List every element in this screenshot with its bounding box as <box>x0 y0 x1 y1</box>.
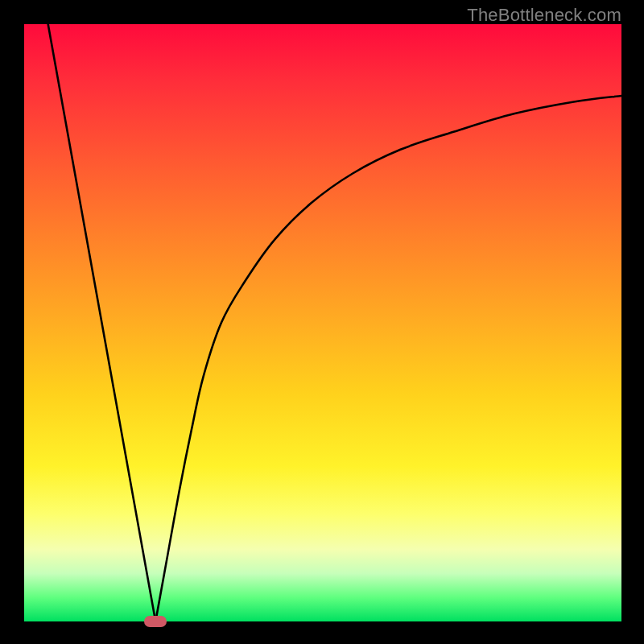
curve-left-branch <box>48 24 156 621</box>
plot-area <box>24 24 621 621</box>
bottleneck-curve <box>24 24 621 621</box>
attribution-text: TheBottleneck.com <box>467 5 621 26</box>
optimum-marker <box>144 616 167 627</box>
curve-right-branch <box>155 96 621 621</box>
chart-frame: TheBottleneck.com <box>0 0 644 644</box>
